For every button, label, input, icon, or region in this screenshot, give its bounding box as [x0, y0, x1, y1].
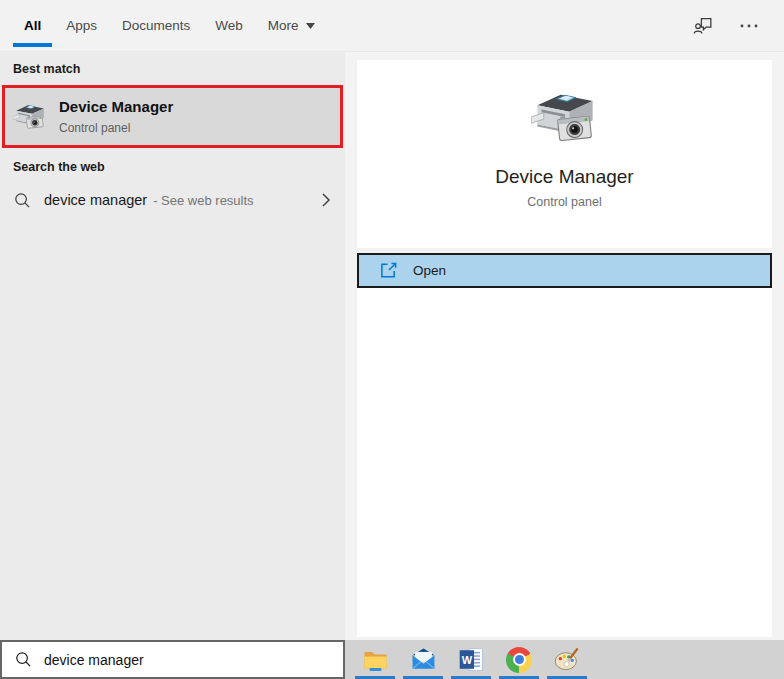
taskbar-paint[interactable]: [543, 640, 591, 679]
tab-more[interactable]: More: [257, 0, 326, 51]
search-icon: [15, 651, 32, 668]
taskbar-search-box[interactable]: [0, 640, 345, 679]
best-match-subtitle: Control panel: [59, 121, 173, 135]
file-explorer-icon: [362, 646, 389, 673]
search-flyout: All Apps Documents Web More Best match: [0, 0, 784, 679]
mail-icon: [410, 646, 437, 673]
word-letter: W: [461, 654, 472, 666]
open-action[interactable]: Open: [357, 253, 772, 288]
preview-header: Device Manager Control panel: [357, 60, 772, 248]
tab-more-label: More: [268, 18, 299, 33]
preview-title: Device Manager: [495, 166, 633, 188]
web-result-suffix: - See web results: [153, 193, 253, 208]
tab-apps-label: Apps: [66, 18, 97, 33]
tab-all[interactable]: All: [13, 0, 52, 51]
preview-body: [357, 288, 772, 637]
web-result-query: device manager: [44, 192, 147, 208]
paint-icon: [554, 646, 581, 673]
search-filter-tabs: All Apps Documents Web More: [0, 0, 784, 52]
taskbar-chrome[interactable]: [495, 640, 543, 679]
feedback-icon[interactable]: [692, 15, 714, 37]
tab-apps[interactable]: Apps: [55, 0, 108, 51]
search-the-web-heading: Search the web: [0, 148, 345, 174]
tab-web[interactable]: Web: [204, 0, 254, 51]
taskbar: W: [0, 640, 784, 679]
preview-panel: Device Manager Control panel Open: [345, 52, 784, 640]
tab-documents[interactable]: Documents: [111, 0, 201, 51]
device-manager-icon: [531, 84, 599, 152]
search-icon: [14, 192, 31, 209]
web-result-device-manager[interactable]: device manager - See web results: [0, 180, 345, 220]
open-action-label: Open: [413, 263, 446, 278]
taskbar-file-explorer[interactable]: [351, 640, 399, 679]
best-match-text: Device Manager Control panel: [59, 98, 173, 135]
taskbar-mail[interactable]: [399, 640, 447, 679]
tab-web-label: Web: [215, 18, 243, 33]
chrome-icon: [506, 647, 532, 673]
tab-documents-label: Documents: [122, 18, 190, 33]
chevron-down-icon: [306, 23, 315, 29]
word-icon: W: [458, 646, 485, 673]
best-match-result-device-manager[interactable]: Device Manager Control panel: [2, 85, 343, 148]
device-manager-icon: [13, 100, 47, 134]
best-match-heading: Best match: [0, 52, 345, 76]
best-match-title: Device Manager: [59, 98, 173, 116]
open-external-icon: [380, 262, 397, 279]
chevron-right-icon: [321, 192, 331, 208]
taskbar-word[interactable]: W: [447, 640, 495, 679]
topbar-right-icons: [692, 0, 784, 51]
ellipsis-icon[interactable]: [738, 15, 760, 37]
search-input[interactable]: [44, 652, 304, 668]
tab-all-label: All: [24, 18, 41, 33]
preview-subtitle: Control panel: [527, 195, 601, 209]
taskbar-app-icons: W: [351, 640, 591, 679]
results-panel: Best match: [0, 52, 345, 640]
